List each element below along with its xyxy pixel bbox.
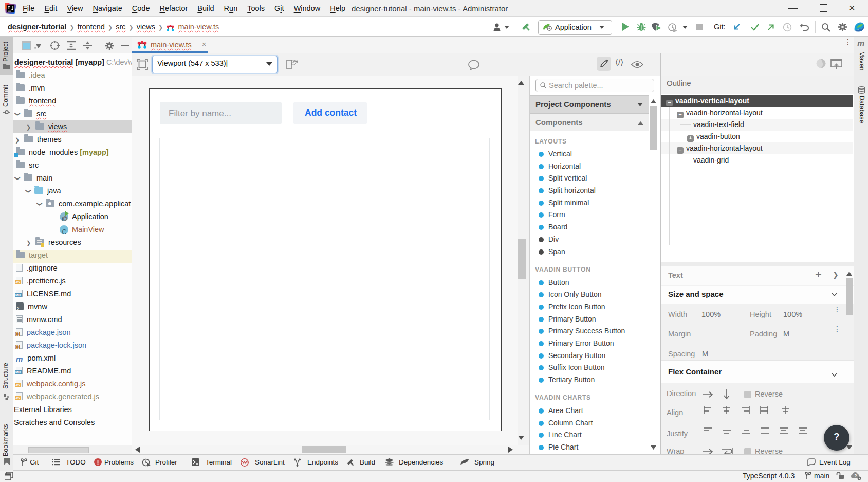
svg-text:?: ?	[854, 473, 857, 478]
